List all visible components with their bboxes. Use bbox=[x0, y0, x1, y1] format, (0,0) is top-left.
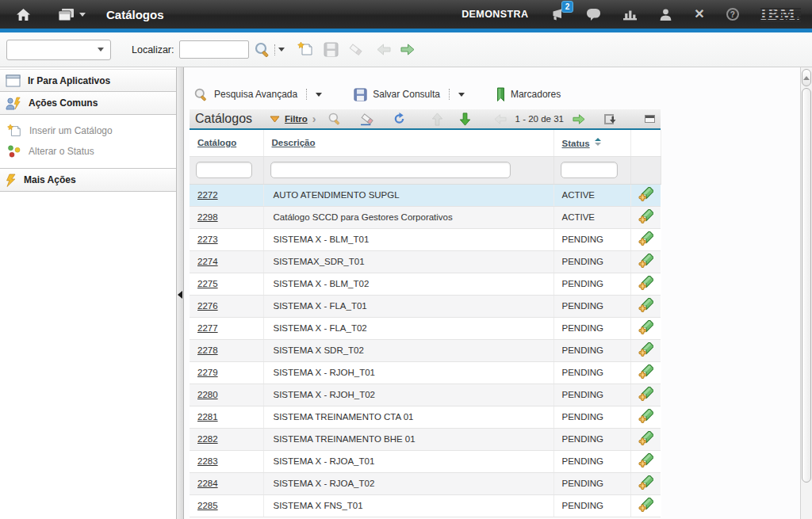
bookmarks-label: Marcadores bbox=[511, 89, 561, 100]
catalog-link[interactable]: 2285 bbox=[197, 501, 218, 510]
table-row[interactable]: 2282 SISTEMA TREINAMENTO BHE 01 PENDING bbox=[190, 428, 661, 450]
next-record-button[interactable] bbox=[400, 43, 416, 56]
applications-menu-button[interactable] bbox=[58, 8, 86, 21]
close-icon[interactable]: ✕ bbox=[694, 8, 704, 21]
vertical-scrollbar[interactable] bbox=[800, 67, 812, 519]
add-bookmark-icon[interactable] bbox=[638, 475, 653, 491]
column-header-catalog[interactable]: Catálogo bbox=[190, 130, 263, 156]
add-bookmark-icon[interactable] bbox=[638, 209, 653, 225]
sidebar-item-insert-catalog[interactable]: Inserir um Catálogo bbox=[0, 120, 176, 141]
sidebar-item-go-to-applications[interactable]: Ir Para Aplicativos bbox=[0, 69, 176, 92]
save-query-label: Salvar Consulta bbox=[373, 89, 440, 100]
search-button[interactable] bbox=[254, 41, 271, 59]
query-toolbar: Pesquisa Avançada Salvar Consulta bbox=[193, 85, 561, 104]
save-record-button[interactable] bbox=[324, 42, 339, 57]
help-icon[interactable]: ? bbox=[726, 8, 739, 21]
add-bookmark-icon[interactable] bbox=[638, 298, 653, 314]
previous-page-button[interactable] bbox=[493, 113, 508, 125]
add-bookmark-icon[interactable] bbox=[638, 387, 653, 403]
download-button[interactable] bbox=[603, 113, 617, 125]
clear-changes-button[interactable] bbox=[348, 43, 365, 57]
status-cell: PENDING bbox=[553, 339, 630, 361]
add-bookmark-icon[interactable] bbox=[638, 254, 653, 269]
table-row[interactable]: 2272 AUTO ATENDIMENTO SUPGL ACTIVE bbox=[190, 184, 661, 206]
catalog-link[interactable]: 2284 bbox=[197, 479, 218, 488]
sidebar-section-more-actions[interactable]: Mais Ações bbox=[0, 169, 176, 192]
catalog-link[interactable]: 2273 bbox=[197, 235, 218, 244]
column-header-status[interactable]: Status bbox=[553, 130, 630, 156]
add-bookmark-icon[interactable] bbox=[638, 498, 653, 513]
next-page-button[interactable] bbox=[572, 113, 586, 125]
search-options-caret[interactable] bbox=[278, 48, 285, 52]
sidebar-section-common-actions[interactable]: Ações Comuns bbox=[0, 92, 176, 115]
profile-button[interactable] bbox=[659, 8, 672, 21]
table-row[interactable]: 2277 SISTEMA X - FLA_T02 PENDING bbox=[190, 317, 661, 339]
announcements-button[interactable]: 2 bbox=[550, 8, 565, 21]
add-bookmark-icon[interactable] bbox=[638, 342, 653, 358]
table-row[interactable]: 2285 SISTEMA X FNS_T01 PENDING bbox=[190, 494, 661, 517]
new-record-button[interactable] bbox=[297, 41, 314, 58]
table-row[interactable]: 2275 SISTEMA X - BLM_T02 PENDING bbox=[190, 273, 661, 295]
previous-row-button[interactable] bbox=[431, 112, 444, 127]
previous-record-button[interactable] bbox=[376, 43, 392, 56]
table-row[interactable]: 2273 SISTEMA X - BLM_T01 PENDING bbox=[190, 228, 661, 250]
catalog-link[interactable]: 2276 bbox=[197, 301, 218, 311]
catalog-link[interactable]: 2283 bbox=[197, 456, 218, 466]
add-bookmark-icon[interactable] bbox=[638, 453, 653, 469]
table-row[interactable]: 2284 SISTEMA X - RJOA_T02 PENDING bbox=[190, 472, 661, 494]
catalog-link[interactable]: 2274 bbox=[197, 257, 218, 266]
feedback-button[interactable] bbox=[586, 8, 601, 21]
add-bookmark-icon[interactable] bbox=[638, 231, 653, 247]
table-row[interactable]: 2298 Catálogo SCCD para Gestores Corpora… bbox=[190, 206, 661, 228]
catalog-link[interactable]: 2280 bbox=[197, 390, 218, 399]
add-bookmark-icon[interactable] bbox=[638, 409, 653, 425]
scroll-up-button[interactable] bbox=[802, 69, 811, 86]
catalog-link[interactable]: 2278 bbox=[197, 345, 218, 355]
catalog-link[interactable]: 2275 bbox=[197, 279, 218, 288]
collapse-sidebar-handle[interactable] bbox=[177, 286, 183, 303]
quick-search-combobox[interactable] bbox=[6, 40, 111, 60]
catalog-link[interactable]: 2281 bbox=[197, 412, 218, 422]
status-cell: PENDING bbox=[553, 250, 630, 273]
sidebar-item-change-status[interactable]: Alterar o Status bbox=[0, 141, 176, 162]
table-row[interactable]: 2279 SISTEMA X - RJOH_T01 PENDING bbox=[190, 361, 661, 384]
catalog-link[interactable]: 2279 bbox=[197, 368, 218, 377]
filter-toggle[interactable]: Filtro bbox=[270, 114, 308, 124]
table-row[interactable]: 2283 SISTEMA X - RJOA_T01 PENDING bbox=[190, 450, 661, 472]
filter-input-description[interactable] bbox=[270, 162, 511, 178]
save-icon bbox=[324, 42, 339, 57]
column-header-description[interactable]: Descrição bbox=[263, 130, 553, 156]
find-input[interactable] bbox=[179, 40, 249, 59]
advanced-search-button[interactable]: Pesquisa Avançada bbox=[193, 87, 322, 102]
refresh-button[interactable] bbox=[393, 113, 406, 125]
reports-button[interactable] bbox=[622, 8, 638, 21]
scrollbar-thumb[interactable] bbox=[802, 88, 811, 483]
next-row-button[interactable] bbox=[458, 112, 472, 127]
home-icon[interactable] bbox=[16, 8, 31, 21]
description-cell: SISTEMA TREINAMENTO CTA 01 bbox=[263, 406, 553, 428]
chevron-down-icon bbox=[458, 93, 465, 97]
table-row[interactable]: 2274 SISTEMAX_SDR_T01 PENDING bbox=[190, 250, 661, 273]
catalog-link[interactable]: 2272 bbox=[197, 190, 218, 200]
catalog-link[interactable]: 2277 bbox=[197, 323, 218, 333]
add-bookmark-icon[interactable] bbox=[638, 431, 653, 447]
catalog-link[interactable]: 2298 bbox=[197, 212, 218, 222]
bookmarks-button[interactable]: Marcadores bbox=[496, 87, 561, 102]
table-row[interactable]: 2278 SISTEMA X SDR_T02 PENDING bbox=[190, 339, 661, 361]
table-row[interactable]: 2280 SISTEMA X - RJOH_T02 PENDING bbox=[190, 384, 661, 406]
catalog-link[interactable]: 2282 bbox=[197, 434, 218, 444]
collapse-table-button[interactable] bbox=[645, 115, 655, 123]
filter-input-status[interactable] bbox=[561, 162, 618, 178]
filter-input-catalog[interactable] bbox=[196, 162, 252, 178]
clear-filter-button[interactable] bbox=[360, 113, 376, 126]
table-row[interactable]: 2276 SISTEMA X - FLA_T01 PENDING bbox=[190, 295, 661, 317]
table-row[interactable]: 2281 SISTEMA TREINAMENTO CTA 01 PENDING bbox=[190, 406, 661, 428]
add-bookmark-icon[interactable] bbox=[638, 276, 653, 292]
sidebar-splitter[interactable] bbox=[176, 67, 184, 519]
table-search-button[interactable] bbox=[327, 112, 342, 126]
add-bookmark-icon[interactable] bbox=[638, 320, 653, 336]
add-bookmark-icon[interactable] bbox=[638, 364, 653, 380]
add-bookmark-icon[interactable] bbox=[638, 187, 653, 203]
save-query-button[interactable]: Salvar Consulta bbox=[354, 88, 465, 101]
lightning-icon bbox=[6, 174, 17, 187]
